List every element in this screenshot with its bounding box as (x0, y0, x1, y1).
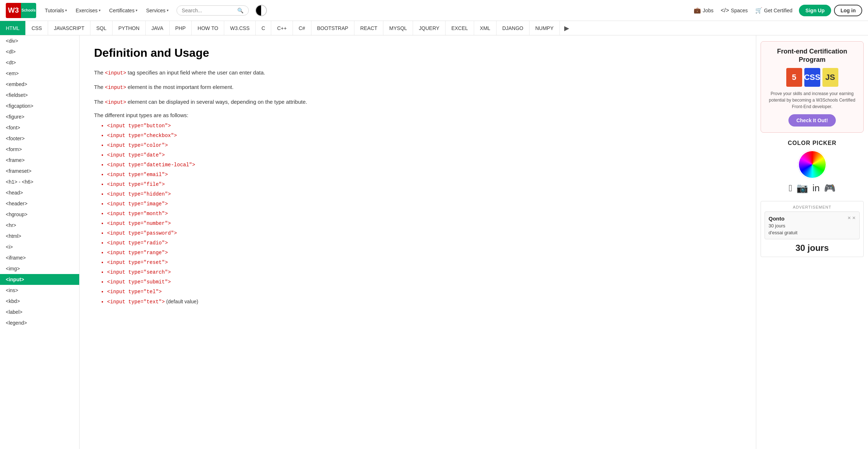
instagram-icon[interactable]: 📷 (796, 183, 808, 194)
sidebar-item[interactable]: <form> (0, 144, 79, 155)
lang-item-jquery[interactable]: JQUERY (413, 21, 446, 35)
list-item: <input type="color"> (107, 141, 741, 150)
lang-item-c[interactable]: C (256, 21, 271, 35)
sidebar-item[interactable]: <figure> (0, 111, 79, 122)
contrast-toggle[interactable] (255, 5, 267, 16)
lang-item-javascript[interactable]: JAVASCRIPT (48, 21, 90, 35)
css-badge: CSS (804, 68, 820, 87)
spaces-link[interactable]: </> Spaces (718, 5, 751, 16)
list-item: <input type="radio"> (107, 238, 741, 248)
sidebar-item[interactable]: <i> (0, 241, 79, 252)
color-picker-section: COLOR PICKER  📷 in 🎮 (761, 140, 864, 194)
list-item: <input type="range"> (107, 248, 741, 258)
sidebar-item[interactable]: <hgroup> (0, 209, 79, 220)
list-item: <input type="text"> (default value) (107, 297, 741, 307)
paragraph-3: The <input> element can be displayed in … (94, 98, 741, 106)
signup-button[interactable]: Sign Up (799, 5, 831, 16)
search-input[interactable] (182, 8, 237, 13)
sidebar-item[interactable]: <embed> (0, 79, 79, 90)
sidebar-item[interactable]: <ins> (0, 285, 79, 296)
lang-more-icon[interactable]: ▶ (560, 21, 574, 35)
lang-item-c[interactable]: C++ (271, 21, 293, 35)
lang-item-html[interactable]: HTML (0, 21, 26, 35)
content-area: Definition and Usage The <input> tag spe… (80, 35, 756, 318)
lang-item-bootstrap[interactable]: BOOTSTRAP (311, 21, 354, 35)
sidebar-item[interactable]: <legend> (0, 317, 79, 318)
sidebar-item[interactable]: <footer> (0, 133, 79, 144)
sidebar-item[interactable]: <html> (0, 231, 79, 241)
nav-exercises[interactable]: Exercises ▾ (72, 5, 104, 16)
list-item: <input type="month"> (107, 209, 741, 219)
sidebar-item[interactable]: <header> (0, 198, 79, 209)
logo[interactable]: W3 Schools (6, 3, 36, 18)
lang-item-python[interactable]: PYTHON (112, 21, 145, 35)
ad-label: ADVERTISEMENT (765, 205, 860, 209)
lang-item-excel[interactable]: EXCEL (446, 21, 474, 35)
list-item: <input type="image"> (107, 199, 741, 209)
list-item: <input type="reset"> (107, 258, 741, 268)
sidebar-item[interactable]: <dt> (0, 57, 79, 68)
sidebar-item[interactable]: <h1> - <h6> (0, 176, 79, 187)
certificates-arrow-icon: ▾ (136, 8, 137, 12)
list-item: <input type="date"> (107, 150, 741, 160)
search-box[interactable]: 🔍 (176, 5, 249, 16)
sidebar-item[interactable]: <kbd> (0, 296, 79, 307)
sidebar-item[interactable]: <em> (0, 68, 79, 79)
sidebar-item[interactable]: <iframe> (0, 252, 79, 263)
cert-title: Front-end Certification Program (767, 47, 858, 64)
sidebar-item[interactable]: <hr> (0, 220, 79, 231)
sidebar-item[interactable]: <label> (0, 307, 79, 317)
sidebar-item[interactable]: <head> (0, 187, 79, 198)
lang-item-w3css[interactable]: W3.CSS (224, 21, 256, 35)
lang-item-css[interactable]: CSS (26, 21, 48, 35)
list-intro: The different input types are as follows… (94, 112, 741, 118)
sidebar-item[interactable]: <div> (0, 35, 79, 46)
lang-item-django[interactable]: DJANGO (497, 21, 529, 35)
sidebar-item[interactable]: <img> (0, 263, 79, 274)
color-wheel[interactable] (798, 150, 827, 179)
nav-services[interactable]: Services ▾ (142, 5, 172, 16)
linkedin-icon[interactable]: in (812, 183, 820, 194)
list-item: <input type="button"> (107, 121, 741, 131)
nav-tutorials[interactable]: Tutorials ▾ (41, 5, 71, 16)
lang-item-react[interactable]: REACT (354, 21, 383, 35)
sidebar-item[interactable]: <dl> (0, 46, 79, 57)
discord-icon[interactable]: 🎮 (824, 183, 835, 194)
ad-big-text: 30 jours (765, 243, 860, 253)
lang-item-sql[interactable]: SQL (90, 21, 112, 35)
cart-icon: 🛒 (755, 7, 762, 14)
lang-item-howto[interactable]: HOW TO (192, 21, 224, 35)
sidebar-item[interactable]: <input> (0, 274, 79, 285)
login-button[interactable]: Log in (834, 5, 862, 16)
lang-item-php[interactable]: PHP (170, 21, 192, 35)
sidebar-item[interactable]: <fieldset> (0, 90, 79, 101)
nav-certificates[interactable]: Certificates ▾ (106, 5, 141, 16)
code-icon: </> (721, 7, 729, 14)
input-tag-2: <input> (105, 85, 126, 90)
ad-brand: Qonto (769, 215, 856, 222)
briefcase-icon: 💼 (694, 7, 701, 14)
lang-item-xml[interactable]: XML (474, 21, 497, 35)
sidebar-item[interactable]: <figcaption> (0, 101, 79, 111)
lang-item-java[interactable]: JAVA (146, 21, 170, 35)
html-badge: 5 (786, 68, 802, 87)
js-badge: JS (822, 68, 838, 87)
sidebar-item[interactable]: <font> (0, 122, 79, 133)
right-sidebar: Front-end Certification Program 5 CSS JS… (756, 35, 868, 318)
page-title: Definition and Usage (94, 46, 741, 60)
paragraph-2: The <input> element is the most importan… (94, 83, 741, 91)
jobs-link[interactable]: 💼 Jobs (691, 5, 716, 16)
list-item: <input type="submit"> (107, 277, 741, 287)
lang-item-numpy[interactable]: NUMPY (529, 21, 560, 35)
search-icon: 🔍 (237, 8, 243, 13)
ad-close-button[interactable]: ✕ ✕ (847, 215, 856, 221)
list-item: <input type="hidden"> (107, 189, 741, 199)
get-certified-link[interactable]: 🛒 Get Certified (752, 5, 796, 16)
lang-item-c[interactable]: C# (293, 21, 311, 35)
check-it-out-button[interactable]: Check It Out! (788, 114, 836, 127)
sidebar-item[interactable]: <frame> (0, 155, 79, 166)
lang-item-mysql[interactable]: MYSQL (383, 21, 413, 35)
sidebar-item[interactable]: <frameset> (0, 166, 79, 176)
ad-content: ✕ ✕ Qonto 30 jours d'essai gratuit (765, 211, 860, 239)
facebook-icon[interactable]:  (789, 183, 792, 194)
